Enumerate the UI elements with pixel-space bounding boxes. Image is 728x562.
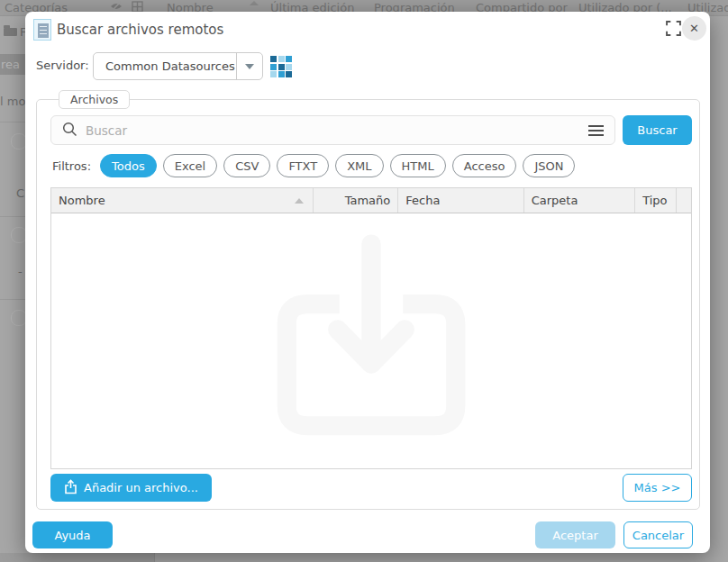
cancel-button[interactable]: Cancelar xyxy=(623,521,693,548)
filter-pill-excel[interactable]: Excel xyxy=(163,154,217,177)
sort-asc-icon xyxy=(295,198,304,204)
help-button[interactable]: Ayuda xyxy=(32,521,113,548)
filter-pill-csv[interactable]: CSV xyxy=(223,154,270,177)
bg-divider xyxy=(0,122,25,122)
filter-pill-xml[interactable]: XML xyxy=(335,154,383,177)
chevron-down-icon xyxy=(236,53,262,79)
folder-icon xyxy=(4,28,17,36)
add-file-label: Añadir un archivo... xyxy=(84,481,198,494)
filters-label: Filtros: xyxy=(52,159,91,173)
more-button[interactable]: Más >> xyxy=(623,474,692,502)
column-header-fecha[interactable]: Fecha xyxy=(398,188,523,213)
column-header-tipo[interactable]: Tipo xyxy=(635,188,677,213)
bg-selected-item: rea xyxy=(0,54,26,75)
column-label: Fecha xyxy=(405,194,440,207)
server-select[interactable]: Common Datasources xyxy=(93,52,263,80)
files-table-body xyxy=(51,213,691,469)
accept-button[interactable]: Aceptar xyxy=(535,521,615,548)
bg-sort-asc-icon xyxy=(250,1,259,5)
close-icon[interactable]: ✕ xyxy=(682,16,706,41)
bg-item-label: C xyxy=(16,186,24,200)
remote-files-dialog: Buscar archivos remotos ✕ Servidor: Comm… xyxy=(25,12,710,553)
search-icon xyxy=(62,122,77,140)
dialog-title: Buscar archivos remotos xyxy=(57,22,223,38)
column-label: Tamaño xyxy=(345,194,391,207)
server-label: Servidor: xyxy=(36,59,89,72)
filter-pill-html[interactable]: HTML xyxy=(390,154,446,177)
column-label: Carpeta xyxy=(532,194,578,207)
bg-divider xyxy=(0,299,25,300)
column-header-nombre[interactable]: Nombre xyxy=(51,188,314,213)
column-label: Tipo xyxy=(642,194,667,207)
bg-item-label: - xyxy=(18,265,23,278)
maximize-icon[interactable] xyxy=(666,21,681,36)
empty-drop-icon xyxy=(267,233,476,453)
server-select-value: Common Datasources xyxy=(94,59,236,73)
datasource-grid-icon[interactable] xyxy=(270,56,292,77)
column-label: Nombre xyxy=(59,194,105,207)
bg-item-label: l mo xyxy=(0,95,25,108)
filter-pill-json[interactable]: JSON xyxy=(523,154,575,177)
filter-pill-todos[interactable]: Todos xyxy=(100,154,157,177)
upload-icon xyxy=(64,479,77,497)
files-table: Nombre Tamaño Fecha Carpeta Tipo xyxy=(50,187,692,469)
search-options-icon[interactable] xyxy=(588,125,604,136)
dialog-document-icon xyxy=(33,19,51,41)
search-input[interactable]: Buscar xyxy=(50,115,615,145)
column-header-tamano[interactable]: Tamaño xyxy=(314,188,399,213)
close-glyph: ✕ xyxy=(689,22,699,35)
add-file-button[interactable]: Añadir un archivo... xyxy=(50,474,212,502)
bg-bottom-strip xyxy=(0,553,155,562)
filter-row: Filtros: Todos Excel CSV FTXT XML HTML A… xyxy=(52,154,575,177)
files-table-header: Nombre Tamaño Fecha Carpeta Tipo xyxy=(51,188,691,213)
bg-divider xyxy=(0,216,25,217)
filter-pill-ftxt[interactable]: FTXT xyxy=(277,154,329,177)
files-group: Archivos Buscar Buscar Filtros: Todos Ex… xyxy=(36,99,700,510)
search-button[interactable]: Buscar xyxy=(623,115,692,145)
files-group-legend: Archivos xyxy=(59,90,130,109)
search-placeholder: Buscar xyxy=(86,123,588,138)
filter-pill-acceso[interactable]: Acceso xyxy=(452,154,517,177)
column-header-carpeta[interactable]: Carpeta xyxy=(524,188,635,213)
column-header-filler xyxy=(677,188,691,213)
